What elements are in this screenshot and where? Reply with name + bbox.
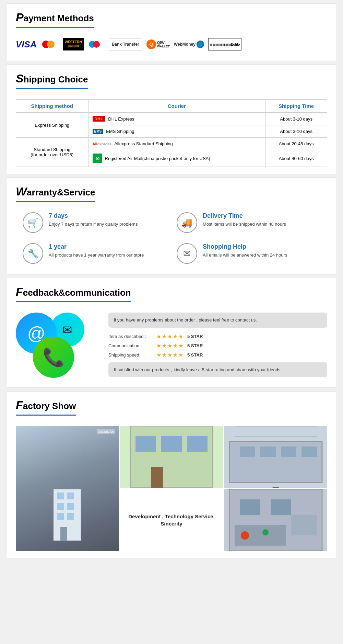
- feedback-content: @ ✉ 📞 if you have any problems about the…: [16, 309, 327, 381]
- ems-badge: EMS: [93, 129, 104, 134]
- year-desc: All products have 1 year warranty from o…: [49, 252, 144, 259]
- help-title: Shopping Help: [203, 243, 287, 250]
- photo-date: 2018/07/19: [97, 429, 115, 434]
- svg-rect-11: [161, 436, 182, 452]
- warranty-item-warranty: 🔧 1 year All products have 1 year warran…: [23, 243, 166, 264]
- building-svg: [47, 475, 88, 544]
- factory-photo-office: [120, 426, 223, 488]
- feedback-bubble-bottom: If satisfied with our products，kindly le…: [108, 362, 327, 377]
- ratings-container: Item as described : ★★★★★ 5 STAR Communi…: [108, 333, 327, 358]
- factory-title: Factory Show: [16, 398, 76, 416]
- svg-rect-18: [240, 447, 255, 457]
- svg-rect-3: [57, 503, 64, 510]
- factory2-svg: [224, 489, 327, 551]
- svg-rect-27: [291, 515, 317, 535]
- svg-rect-12: [187, 436, 208, 452]
- factory-caption-cell: Development , Technology Service, Sincer…: [120, 489, 223, 551]
- payment-logos: VISA WESTERNUNION Bank Transfer Q QIWI W…: [16, 35, 327, 54]
- svg-rect-9: [130, 426, 213, 488]
- warranty-title-rest: arranty&Service: [27, 187, 95, 197]
- count-described: 5 STAR: [187, 334, 203, 339]
- truck-icon: 🚚: [177, 212, 197, 233]
- dhl-time: About 3-10 days: [265, 113, 327, 125]
- maestro-logo: [88, 39, 105, 50]
- payment-title-rest: ayment Methods: [24, 13, 94, 23]
- ali-time: About 20-45 days: [265, 138, 327, 150]
- svg-rect-13: [151, 467, 163, 488]
- payment-section: Payment Methods VISA WESTERNUNION Bank T…: [7, 3, 336, 61]
- svg-point-29: [241, 531, 249, 540]
- post-badge: ✉: [93, 154, 102, 163]
- warranty-help-text: Shopping Help All emails will be answere…: [203, 243, 287, 259]
- warranty-returns-text: 7 days Enjoy 7 days to return if any qua…: [49, 212, 138, 228]
- warranty-section: Warranty&Service 🛒 7 days Enjoy 7 days t…: [7, 178, 336, 274]
- dhl-badge: DHL: [93, 116, 106, 122]
- factory-section: Factory Show 2018/07/19: [7, 391, 336, 558]
- warranty-title: Warranty&Service: [16, 185, 95, 202]
- year-title: 1 year: [49, 243, 144, 250]
- mae-right: [93, 41, 100, 48]
- shipping-section: Shipping Choice Shipping method Courier …: [7, 65, 336, 174]
- webmoney-text: WebMoney: [174, 42, 196, 47]
- mc-right: [47, 41, 55, 48]
- svg-rect-2: [67, 493, 74, 499]
- warranty-grid: 🛒 7 days Enjoy 7 days to return if any q…: [16, 209, 327, 267]
- rating-row-communication: Communication : ★★★★★ 5 STAR: [108, 342, 327, 349]
- qiwi-wallet-text: WALLET: [157, 45, 170, 48]
- boleto-logo: |||||||||||||||||||||||||||Boleto: [208, 38, 242, 50]
- qiwi-text: QIWI: [157, 41, 170, 45]
- svg-rect-10: [135, 436, 156, 452]
- warranty-title-big: W: [16, 185, 27, 198]
- payment-title: Payment Methods: [16, 11, 94, 28]
- cart-icon: 🛒: [23, 212, 43, 233]
- tools-icon: 🔧: [23, 243, 43, 264]
- webmoney-logo: WebMoney 🌐: [174, 38, 204, 50]
- warranty-delivery-text: Delivery Time Most items will be shipped…: [203, 212, 286, 228]
- table-row: Express Shipping DHL DHL Express About 3…: [16, 113, 327, 125]
- ems-courier: EMS EMS Shipping: [93, 129, 261, 134]
- ali-cell: Aliexpress Aliexpress Standard Shipping: [88, 138, 265, 150]
- help-desc: All emails will be answered within 24 ho…: [203, 252, 287, 259]
- webmoney-globe-icon: 🌐: [197, 41, 204, 48]
- count-shipping: 5 STAR: [187, 352, 203, 358]
- stars-described: ★★★★★: [156, 333, 184, 340]
- warranty-item-delivery: 🚚 Delivery Time Most items will be shipp…: [177, 212, 320, 233]
- payment-title-big: P: [16, 11, 24, 24]
- factory1-svg: [224, 426, 327, 488]
- svg-rect-26: [271, 499, 291, 515]
- rating-row-described: Item as described : ★★★★★ 5 STAR: [108, 333, 327, 340]
- factory-photos-grid: 2018/07/19: [16, 426, 327, 551]
- dhl-label: DHL Express: [108, 116, 134, 122]
- feedback-right: if you have any problems about the order…: [108, 313, 327, 377]
- warranty-item-help: ✉ Shopping Help All emails will be answe…: [177, 243, 320, 264]
- factory-photo-factory1: [224, 426, 327, 488]
- ems-time: About 3-10 days: [265, 125, 327, 138]
- returns-desc: Enjoy 7 days to return if any quality pr…: [49, 221, 138, 228]
- ems-label: EMS Shipping: [106, 129, 134, 134]
- standard-method: Standard Shipping(for order over USD5): [16, 138, 88, 167]
- svg-rect-1: [57, 493, 64, 499]
- qiwi-logo: Q QIWI WALLET: [146, 38, 170, 50]
- factory-title-rest: actory Show: [23, 401, 76, 411]
- svg-rect-20: [281, 447, 296, 457]
- svg-rect-6: [67, 513, 74, 520]
- ali-courier: Aliexpress Aliexpress Standard Shipping: [93, 141, 261, 146]
- rating-label-shipping: Shipping speed:: [108, 352, 153, 358]
- feedback-section: Feedback&communication @ ✉ 📞 if you have…: [7, 278, 336, 388]
- airmail-courier: ✉ Registered Air Mail(china post/e packe…: [93, 154, 261, 163]
- svg-point-30: [262, 529, 269, 535]
- boleto-text: Boleto: [231, 43, 239, 46]
- rating-label-communication: Communication :: [108, 343, 153, 348]
- rating-label-described: Item as described :: [108, 334, 153, 339]
- shipping-title: Shipping Choice: [16, 72, 88, 89]
- feedback-title-big: F: [16, 285, 23, 298]
- delivery-desc: Most items will be shipped within 48 hou…: [203, 221, 286, 228]
- boleto-barcode: |||||||||||||||||||||||||||: [210, 43, 231, 46]
- rating-row-shipping: Shipping speed: ★★★★★ 5 STAR: [108, 352, 327, 358]
- feedback-title-rest: eedback&communication: [23, 287, 131, 298]
- feedback-icons: @ ✉ 📞: [16, 313, 98, 374]
- svg-rect-5: [57, 513, 64, 520]
- shipping-title-big: S: [16, 72, 24, 85]
- table-row: Standard Shipping(for order over USD5) A…: [16, 138, 327, 150]
- qiwi-circle: Q: [146, 39, 156, 49]
